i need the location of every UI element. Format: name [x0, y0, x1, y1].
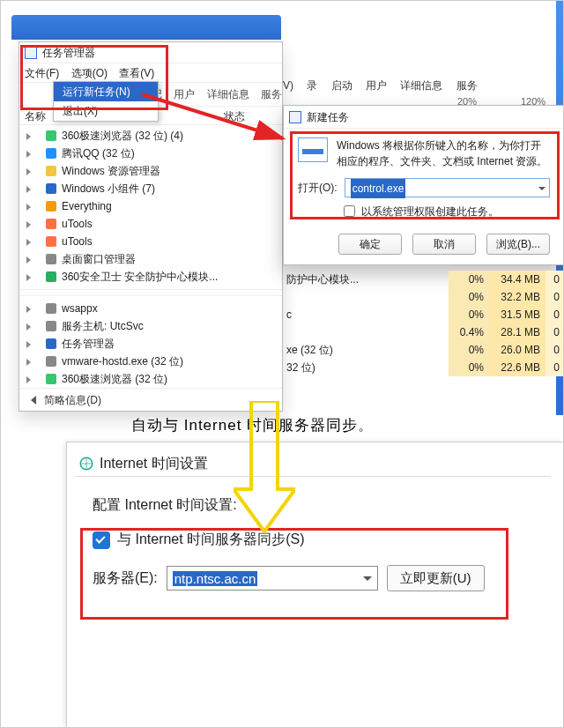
- sync-checkbox[interactable]: [93, 531, 110, 549]
- configure-label: 配置 Internet 时间设置:: [93, 496, 533, 515]
- table-row[interactable]: 32 位)0%22.6 MB0: [283, 359, 563, 376]
- metrics-table: 防护中心模块...0%34.4 MB0 0%32.2 MB0 c0%31.5 M…: [283, 271, 563, 376]
- table-row[interactable]: 0.4%28.1 MB0: [283, 323, 563, 341]
- cancel-button[interactable]: 取消: [412, 234, 476, 255]
- tab-startup[interactable]: 启动: [331, 79, 352, 92]
- server-label: 服务器(E):: [93, 569, 158, 588]
- browse-button[interactable]: 浏览(B)...: [486, 234, 550, 255]
- dialog-description: Windows 将根据你所键入的名称，为你打开相应的程序、文件夹、文档或 Int…: [298, 137, 550, 169]
- ok-button[interactable]: 确定: [338, 234, 402, 255]
- app-icon: [46, 374, 56, 384]
- run-new-task-dialog: 新建任务 Windows 将根据你所键入的名称，为你打开相应的程序、文件夹、文档…: [283, 105, 564, 265]
- process-list[interactable]: 360极速浏览器 (32 位) (4) 腾讯QQ (32 位) Windows …: [19, 125, 282, 390]
- dialog2-title-bar[interactable]: Internet 时间设置: [75, 450, 551, 477]
- proc-row[interactable]: 360安全卫士 安全防护中心模块...: [19, 268, 282, 286]
- sync-label: 与 Internet 时间服务器同步(S): [117, 531, 304, 549]
- app-icon: [46, 130, 56, 141]
- menu-file[interactable]: 文件(F): [25, 67, 59, 79]
- proc-row[interactable]: Everything: [19, 197, 282, 215]
- app-icon: [46, 201, 56, 212]
- dialog-title-bar[interactable]: 新建任务: [284, 106, 564, 129]
- proc-row[interactable]: uTools: [19, 215, 282, 233]
- proc-row[interactable]: 任务管理器: [19, 335, 282, 353]
- window-title-bar[interactable]: 任务管理器: [19, 42, 282, 63]
- proc-row[interactable]: Windows 资源管理器: [19, 162, 282, 180]
- taskmgr-icon: [25, 47, 37, 59]
- window-title: 任务管理器: [42, 47, 95, 59]
- admin-label: 以系统管理权限创建此任务。: [361, 205, 499, 218]
- server-value: ntp.ntsc.ac.cn: [173, 571, 258, 586]
- annotation-arrow-red: [89, 85, 292, 156]
- open-label: 打开(O):: [298, 181, 338, 196]
- table-row[interactable]: c0%31.5 MB0: [283, 306, 563, 323]
- tab-users2[interactable]: 用户: [366, 79, 387, 92]
- right-tabrow: V) 录 启动 用户 详细信息 服务: [283, 78, 488, 93]
- proc-row[interactable]: 360极速浏览器 (32 位): [19, 370, 282, 388]
- proc-row[interactable]: uTools: [19, 233, 282, 250]
- menu-bar[interactable]: 文件(F) 选项(O) 查看(V): [19, 63, 282, 83]
- open-combobox[interactable]: control.exe: [345, 178, 550, 197]
- proc-row[interactable]: 桌面窗口管理器: [19, 250, 282, 268]
- proc-row[interactable]: wsappx: [19, 300, 282, 317]
- tab-services2[interactable]: 服务: [456, 79, 478, 92]
- app-icon: [46, 321, 56, 331]
- app-icon: [46, 166, 56, 176]
- app-icon: [46, 271, 56, 282]
- app-icon: [46, 303, 56, 314]
- admin-checkbox[interactable]: [344, 205, 355, 217]
- table-row[interactable]: 0%32.2 MB0: [283, 288, 563, 306]
- run-icon: [298, 137, 328, 162]
- tab-history[interactable]: 录: [307, 79, 317, 92]
- proc-row[interactable]: Windows 小组件 (7): [19, 180, 282, 197]
- internet-time-dialog: Internet 时间设置 配置 Internet 时间设置: 与 Intern…: [75, 450, 551, 611]
- app-icon: [46, 254, 56, 264]
- app-icon: [46, 338, 56, 349]
- server-combobox[interactable]: ntp.ntsc.ac.cn: [167, 566, 378, 591]
- update-now-button[interactable]: 立即更新(U): [387, 565, 485, 591]
- window-chrome-decor: [11, 15, 281, 40]
- section-separator: [19, 289, 282, 296]
- app-icon: [46, 236, 56, 247]
- globe-clock-icon: [78, 456, 94, 472]
- annotation-arrow-yellow: [234, 401, 295, 533]
- app-icon: [46, 356, 56, 367]
- dialog-title: 新建任务: [307, 111, 349, 123]
- tab-details2[interactable]: 详细信息: [400, 79, 442, 92]
- table-row[interactable]: 防护中心模块...0%34.4 MB0: [283, 271, 563, 288]
- menu-options[interactable]: 选项(O): [71, 67, 108, 79]
- table-row[interactable]: xe (32 位)0%26.0 MB0: [283, 341, 563, 359]
- proc-row[interactable]: vmware-hostd.exe (32 位): [19, 353, 282, 370]
- app-icon: [46, 148, 56, 159]
- open-value: control.exe: [351, 179, 406, 198]
- svg-line-0: [142, 94, 283, 138]
- menu-view[interactable]: 查看(V): [119, 67, 154, 79]
- proc-row[interactable]: 服务主机: UtcSvc: [19, 317, 282, 335]
- app-icon: [46, 219, 56, 229]
- app-icon: [46, 183, 56, 194]
